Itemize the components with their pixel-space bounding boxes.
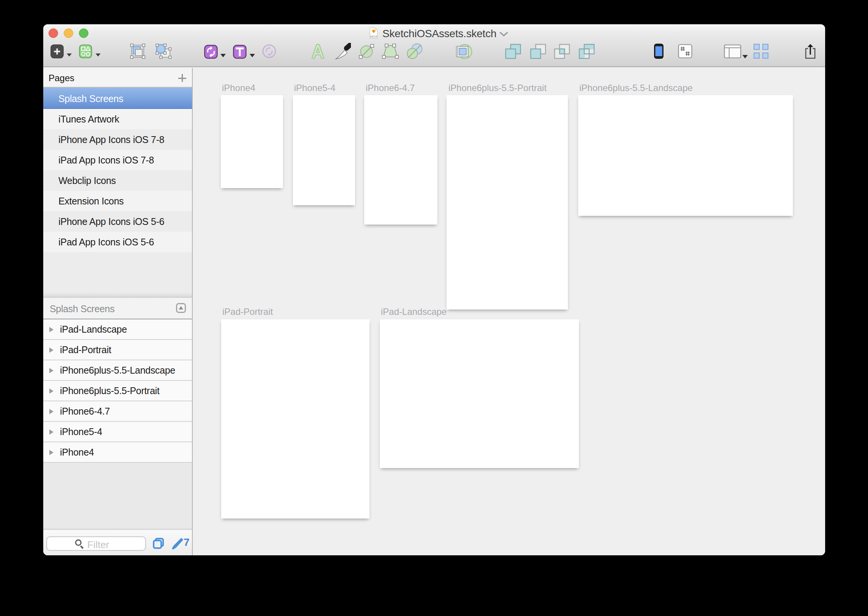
svg-text:SKETCH: SKETCH [371,36,377,38]
